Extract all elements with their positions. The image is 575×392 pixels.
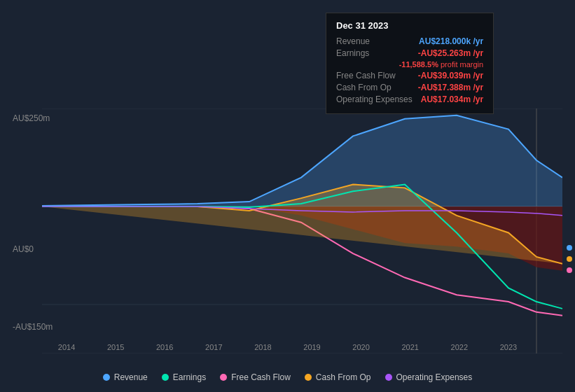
tooltip-value-revenue: AU$218.000k /yr: [419, 36, 483, 46]
x-label-2014: 2014: [58, 343, 75, 351]
tooltip-value-opex: AU$17.034m /yr: [421, 94, 483, 104]
legend-label-fcf: Free Cash Flow: [231, 372, 291, 382]
tooltip-value-cashfromop: -AU$17.388m /yr: [418, 83, 483, 92]
x-label-2018: 2018: [254, 343, 271, 351]
tooltip-sub-margin: -11,588.5% profit margin: [336, 60, 483, 69]
x-label-2022: 2022: [451, 343, 468, 351]
tooltip-label-fcf: Free Cash Flow: [336, 71, 396, 80]
chart-container: Dec 31 2023 Revenue AU$218.000k /yr Earn…: [0, 0, 575, 392]
tooltip-date: Dec 31 2023: [336, 20, 483, 31]
tooltip-label-cashfromop: Cash From Op: [336, 83, 392, 92]
legend-item-opex[interactable]: Operating Expenses: [385, 372, 473, 382]
tooltip-row-opex: Operating Expenses AU$17.034m /yr: [336, 94, 483, 104]
x-axis-labels: 2014 2015 2016 2017 2018 2019 2020 2021 …: [0, 343, 575, 351]
x-label-2020: 2020: [352, 343, 369, 351]
x-label-2023: 2023: [500, 343, 517, 351]
legend-label-opex: Operating Expenses: [396, 372, 473, 382]
legend: Revenue Earnings Free Cash Flow Cash Fro…: [0, 372, 575, 382]
legend-dot-opex: [385, 374, 392, 381]
tooltip-label-revenue: Revenue: [336, 36, 370, 46]
legend-label-revenue: Revenue: [114, 372, 148, 382]
y-label-zero: AU$0: [13, 244, 34, 254]
chart-svg: [42, 108, 562, 354]
legend-item-cashfromop[interactable]: Cash From Op: [305, 372, 371, 382]
tooltip-value-fcf: -AU$39.039m /yr: [418, 71, 483, 80]
legend-item-earnings[interactable]: Earnings: [162, 372, 206, 382]
legend-dot-earnings: [162, 374, 169, 381]
tooltip-box: Dec 31 2023 Revenue AU$218.000k /yr Earn…: [326, 13, 494, 114]
right-dot-cashfromop: [567, 256, 572, 262]
tooltip-row-fcf: Free Cash Flow -AU$39.039m /yr: [336, 71, 483, 80]
x-label-2019: 2019: [303, 343, 320, 351]
legend-item-fcf[interactable]: Free Cash Flow: [220, 372, 291, 382]
x-label-2015: 2015: [107, 343, 124, 351]
tooltip-row-earnings: Earnings -AU$25.263m /yr: [336, 48, 483, 58]
tooltip-row-revenue: Revenue AU$218.000k /yr: [336, 36, 483, 46]
chart-area: [42, 108, 562, 354]
x-label-2021: 2021: [401, 343, 418, 351]
legend-dot-fcf: [220, 374, 227, 381]
right-indicators: [567, 245, 572, 273]
legend-dot-cashfromop: [305, 374, 312, 381]
legend-item-revenue[interactable]: Revenue: [103, 372, 148, 382]
tooltip-value-earnings: -AU$25.263m /yr: [418, 48, 483, 58]
legend-dot-revenue: [103, 374, 110, 381]
right-dot-revenue: [567, 245, 572, 251]
legend-label-cashfromop: Cash From Op: [316, 372, 371, 382]
x-label-2017: 2017: [205, 343, 222, 351]
x-label-2016: 2016: [156, 343, 173, 351]
right-dot-fcf: [567, 267, 572, 273]
tooltip-label-earnings: Earnings: [336, 48, 369, 58]
legend-label-earnings: Earnings: [173, 372, 206, 382]
tooltip-label-opex: Operating Expenses: [336, 94, 413, 104]
tooltip-row-cashfromop: Cash From Op -AU$17.388m /yr: [336, 83, 483, 92]
